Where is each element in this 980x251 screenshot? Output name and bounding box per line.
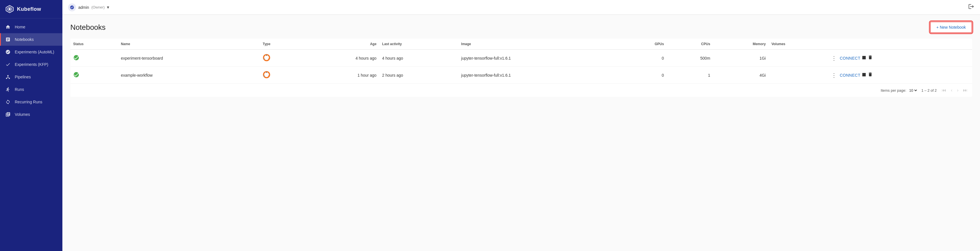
kubeflow-logo-icon bbox=[5, 5, 14, 14]
sidebar-nav: Home Notebooks Experiments (AutoML) Expe… bbox=[0, 18, 62, 251]
col-cpus: CPUs bbox=[667, 38, 713, 50]
row2-actions: ⋮ CONNECT bbox=[827, 67, 972, 84]
recurring-runs-icon bbox=[5, 99, 11, 105]
status-running-icon-2 bbox=[73, 72, 80, 78]
pagination-row: Items per page: 10 25 50 1 – 2 of 2 ⏮ ‹ … bbox=[70, 84, 972, 97]
row1-name: experiment-tensorboard bbox=[118, 50, 260, 67]
sidebar-item-home[interactable]: Home bbox=[0, 21, 62, 33]
sidebar-item-notebooks[interactable]: Notebooks bbox=[0, 33, 62, 46]
jupyter-type-icon bbox=[262, 54, 270, 62]
pagination-prev-button[interactable]: ‹ bbox=[949, 87, 954, 93]
row1-delete-icon[interactable] bbox=[868, 55, 873, 61]
pagination-last-button[interactable]: ⏭ bbox=[961, 87, 969, 93]
sidebar-item-volumes[interactable]: Volumes bbox=[0, 108, 62, 121]
row1-type bbox=[260, 50, 300, 67]
row1-actions: ⋮ CONNECT bbox=[827, 50, 972, 67]
dropdown-chevron-icon[interactable]: ▾ bbox=[107, 5, 109, 10]
row2-connect-button[interactable]: CONNECT bbox=[840, 73, 860, 78]
svg-rect-16 bbox=[862, 73, 866, 77]
row2-name: example-workflow bbox=[118, 67, 260, 84]
notebook-icon bbox=[5, 37, 11, 42]
sidebar-item-volumes-label: Volumes bbox=[15, 112, 30, 117]
col-image: Image bbox=[458, 38, 622, 50]
jupyter-type-icon-2 bbox=[262, 71, 270, 78]
row1-status bbox=[70, 50, 118, 67]
row2-type bbox=[260, 67, 300, 84]
row1-more-icon[interactable]: ⋮ bbox=[829, 54, 838, 62]
topbar: admin (Owner) ▾ bbox=[62, 0, 980, 15]
sidebar-item-runs-label: Runs bbox=[15, 87, 24, 92]
items-per-page-container: Items per page: 10 25 50 bbox=[881, 88, 918, 93]
svg-point-13 bbox=[266, 72, 267, 73]
sidebar-item-pipelines-label: Pipelines bbox=[15, 75, 31, 79]
row2-stop-icon[interactable] bbox=[861, 72, 867, 78]
notebooks-table-container: Status Name Type Age Last activity Image… bbox=[70, 38, 972, 97]
col-type: Type bbox=[260, 38, 300, 50]
pagination-next-button[interactable]: › bbox=[955, 87, 960, 93]
pagination-first-button[interactable]: ⏮ bbox=[940, 87, 948, 93]
row1-connect-button[interactable]: CONNECT bbox=[840, 56, 860, 61]
row1-memory: 1Gi bbox=[713, 50, 769, 67]
sidebar-item-recurring-runs-label: Recurring Runs bbox=[15, 100, 42, 104]
sidebar-item-pipelines[interactable]: Pipelines bbox=[0, 71, 62, 83]
pagination-range: 1 – 2 of 2 bbox=[921, 88, 937, 93]
sidebar-item-experiments-kfp-label: Experiments (KFP) bbox=[15, 62, 48, 67]
topbar-left: admin (Owner) ▾ bbox=[68, 3, 109, 11]
sidebar-item-runs[interactable]: Runs bbox=[0, 83, 62, 96]
runs-icon bbox=[5, 86, 11, 92]
row2-cpus: 1 bbox=[667, 67, 713, 84]
sidebar-item-experiments-kfp[interactable]: Experiments (KFP) bbox=[0, 58, 62, 71]
col-name: Name bbox=[118, 38, 260, 50]
row2-status bbox=[70, 67, 118, 84]
row2-delete-icon[interactable] bbox=[868, 72, 873, 78]
home-icon bbox=[5, 24, 11, 30]
row1-volumes bbox=[768, 50, 827, 67]
row1-stop-icon[interactable] bbox=[861, 55, 867, 61]
svg-point-5 bbox=[264, 55, 269, 60]
svg-point-6 bbox=[266, 55, 267, 56]
volumes-icon bbox=[5, 112, 11, 117]
items-per-page-label: Items per page: bbox=[881, 88, 906, 93]
sidebar-item-experiments-automl-label: Experiments (AutoML) bbox=[15, 50, 54, 54]
svg-point-8 bbox=[264, 58, 265, 59]
row2-last-activity: 2 hours ago bbox=[379, 67, 458, 84]
logout-icon[interactable] bbox=[968, 3, 974, 11]
pagination-buttons: ⏮ ‹ › ⏭ bbox=[940, 87, 969, 93]
row2-more-icon[interactable]: ⋮ bbox=[829, 71, 838, 79]
col-actions bbox=[827, 38, 972, 50]
table-row: experiment-tensorboard 4 hours ago bbox=[70, 50, 972, 67]
svg-point-3 bbox=[74, 55, 79, 60]
topbar-right bbox=[968, 3, 974, 11]
svg-rect-9 bbox=[862, 56, 866, 59]
row2-age: 1 hour ago bbox=[300, 67, 379, 84]
items-per-page-select[interactable]: 10 25 50 bbox=[908, 88, 918, 93]
svg-point-14 bbox=[269, 75, 270, 77]
new-notebook-button[interactable]: + New Notebook bbox=[930, 22, 972, 33]
row2-gpus: 0 bbox=[622, 67, 667, 84]
pipelines-icon bbox=[5, 74, 11, 80]
sidebar-item-experiments-automl[interactable]: Experiments (AutoML) bbox=[0, 46, 62, 58]
row1-age: 4 hours ago bbox=[300, 50, 379, 67]
col-gpus: GPUs bbox=[622, 38, 667, 50]
svg-point-2 bbox=[9, 8, 11, 10]
main-content: admin (Owner) ▾ Notebooks + New Notebook… bbox=[62, 0, 980, 251]
col-volumes: Volumes bbox=[768, 38, 827, 50]
table-row: example-workflow 1 hour ago 2 hours bbox=[70, 67, 972, 84]
svg-point-7 bbox=[269, 58, 270, 59]
row2-image: jupyter-tensorflow-full:v1.6.1 bbox=[458, 67, 622, 84]
admin-username: admin bbox=[78, 5, 89, 10]
admin-role: (Owner) bbox=[91, 5, 105, 10]
col-status: Status bbox=[70, 38, 118, 50]
sidebar-item-home-label: Home bbox=[15, 25, 25, 29]
col-memory: Memory bbox=[713, 38, 769, 50]
svg-point-12 bbox=[264, 72, 269, 77]
sidebar-logo: Kubeflow bbox=[0, 0, 62, 18]
app-name: Kubeflow bbox=[17, 6, 41, 12]
sidebar-item-notebooks-label: Notebooks bbox=[15, 37, 34, 42]
sidebar: Kubeflow Home Notebooks Experiments (Aut… bbox=[0, 0, 62, 251]
sidebar-item-recurring-runs[interactable]: Recurring Runs bbox=[0, 96, 62, 108]
row2-volumes bbox=[768, 67, 827, 84]
col-last-activity: Last activity bbox=[379, 38, 458, 50]
row1-gpus: 0 bbox=[622, 50, 667, 67]
row1-cpus: 500m bbox=[667, 50, 713, 67]
